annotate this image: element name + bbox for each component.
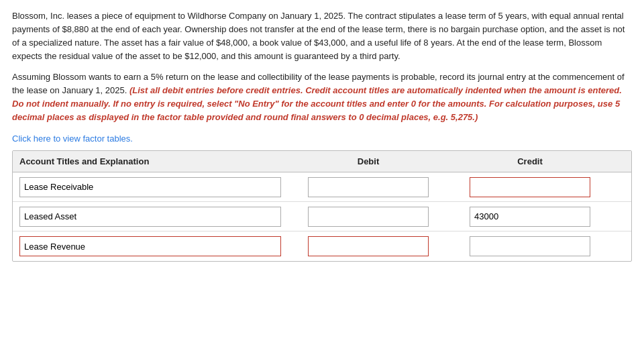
debit-input-2[interactable] (308, 207, 429, 227)
debit-cell-3 (301, 236, 435, 256)
table-header: Account Titles and Explanation Debit Cre… (13, 151, 631, 172)
credit-cell-3 (435, 236, 625, 256)
table-row (13, 172, 631, 202)
account-input-3[interactable] (19, 236, 281, 256)
account-input-2[interactable] (19, 207, 281, 227)
credit-cell-1 (435, 177, 625, 197)
header-debit: Debit (301, 156, 435, 166)
credit-input-3[interactable] (470, 236, 590, 256)
description-block: Blossom, Inc. leases a piece of equipmen… (12, 9, 632, 124)
factor-tables-link[interactable]: Click here to view factor tables. (12, 134, 133, 144)
credit-cell-2 (435, 207, 625, 227)
debit-input-3[interactable] (308, 236, 429, 256)
account-cell-3 (19, 236, 301, 256)
debit-input-1[interactable] (308, 177, 429, 197)
account-input-1[interactable] (19, 177, 281, 197)
header-account: Account Titles and Explanation (19, 156, 301, 166)
header-credit: Credit (435, 156, 625, 166)
debit-cell-2 (301, 207, 435, 227)
account-cell-2 (19, 207, 301, 227)
credit-input-1[interactable] (470, 177, 590, 197)
journal-entry-table: Account Titles and Explanation Debit Cre… (12, 150, 632, 262)
account-cell-1 (19, 177, 301, 197)
table-row (13, 231, 631, 261)
table-row (13, 202, 631, 231)
paragraph2: Assuming Blossom wants to earn a 5% retu… (12, 70, 632, 125)
debit-cell-1 (301, 177, 435, 197)
credit-input-2[interactable] (470, 207, 590, 227)
paragraph1: Blossom, Inc. leases a piece of equipmen… (12, 9, 632, 64)
